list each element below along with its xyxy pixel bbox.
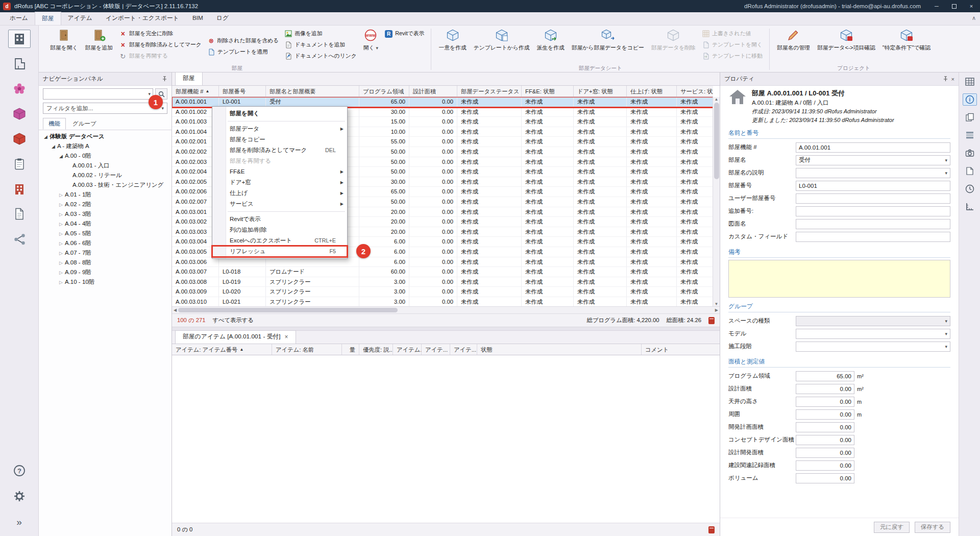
search-field[interactable] [45,91,148,97]
column-header[interactable]: アイテム: 名前 [272,344,342,355]
table-row[interactable]: A.00.03.008L0-019スプリンクラー3.000.00未作成未作成未作… [172,277,713,287]
add-image-button[interactable]: 画像を追加 [282,28,360,39]
column-header[interactable]: プログラム領域 [359,86,409,97]
create-unique-button[interactable]: 一意を作成 [435,27,470,64]
menu-tab[interactable]: BIM [186,12,210,25]
context-menu-item[interactable]: Revitで表示 [212,214,347,225]
context-menu-item[interactable]: リフレッシュF5 [212,246,347,257]
tab-rooms[interactable]: 部屋 [175,72,203,85]
column-header[interactable]: アイテ... [422,344,450,355]
tree-expander-icon[interactable]: ◢ [42,134,50,139]
log-icon[interactable] [708,526,715,533]
property-input[interactable]: 0.00 [796,473,854,483]
context-menu-item[interactable]: 部屋を開く [212,108,347,119]
column-header[interactable]: 優先度: 説... [359,344,393,355]
maximize-button[interactable] [945,0,963,12]
tree-node[interactable]: ◢A.00 - 0階 [39,151,172,161]
tree-node[interactable]: A.00.01 - 入口 [39,161,172,170]
close-button[interactable]: × [963,0,980,12]
tree-node[interactable]: ◢A - 建築物 A [39,141,172,151]
undo-button[interactable]: 元に戻す [874,522,910,533]
search-input[interactable]: ▾ [43,88,153,100]
link-to-document-button[interactable]: ドキュメントへのリンク [282,51,360,62]
apply-template-button[interactable]: テンプレートを適用 [205,46,282,58]
save-button[interactable]: 保存する [915,522,950,533]
tree-node[interactable]: ▷A.06 - 6階 [39,238,172,248]
property-input[interactable]: L0-001 [796,181,950,191]
tree-node[interactable]: ▷A.04 - 4階 [39,219,172,229]
tree-node[interactable]: ▷A.09 - 9階 [39,267,172,277]
column-header[interactable]: 部屋機能 #▲ [172,86,219,97]
scroll-left-icon[interactable]: ◀ [174,308,177,312]
property-input[interactable] [796,193,950,204]
column-header[interactable]: コメント [642,344,720,355]
show-in-revit-button[interactable]: R Revitで表示 [382,28,427,39]
column-header[interactable]: 仕上げ: 状態 [627,86,677,97]
copy-room-data-button[interactable]: 部屋から部屋データをコピー [568,27,648,64]
column-header[interactable]: 量 [342,344,359,355]
tree-node[interactable]: ▷A.03 - 3階 [39,209,172,219]
tree-node[interactable]: ▷A.07 - 7階 [39,248,172,258]
camera-button[interactable] [963,147,977,159]
scrollbar-thumb[interactable] [178,308,398,312]
include-deleted-rooms-button[interactable]: ⊗ 削除された部屋を含める [205,35,282,46]
context-menu-item[interactable]: 部屋を削除済みとしてマークDEL [212,145,347,156]
property-input[interactable] [796,219,950,229]
column-header[interactable]: 状態 [477,344,642,355]
property-combo[interactable]: ▾ [796,342,950,352]
scroll-down-icon[interactable]: ▼ [715,302,719,306]
menu-tab[interactable]: ログ [210,12,235,25]
property-input[interactable]: 0.00 [796,384,854,394]
module-flower-button[interactable] [8,80,31,98]
tree-node[interactable]: ▷A.01 - 1階 [39,190,172,200]
create-derived-button[interactable]: 派生を作成 [533,27,568,64]
horizontal-scrollbar[interactable]: ◀▶ [172,306,720,313]
module-core-button[interactable] [8,130,31,148]
tree-node[interactable]: A.00.02 - リテール [39,170,172,180]
close-icon[interactable]: × [285,333,288,340]
log-icon[interactable] [708,317,715,324]
notes-textarea[interactable] [728,260,950,298]
open-room-button[interactable]: 部屋を開く [46,27,82,64]
column-header[interactable]: アイテム... [393,344,422,355]
column-header[interactable]: FF&E: 状態 [522,86,574,97]
context-menu-item[interactable]: ExcelへのエクスポートCTRL+E [212,235,347,246]
table-row[interactable]: A.00.01.001L0-001受付65.000.00未作成未作成未作成未作成… [172,97,713,107]
vertical-scrollbar[interactable]: ▲▼ [713,97,720,306]
tree-expander-icon[interactable]: ▷ [57,222,65,227]
nav-tab[interactable]: 機能 [43,118,66,130]
menu-tab[interactable]: インポート・エクスポート [99,12,186,25]
context-menu-item[interactable]: ドア+窓▶ [212,177,347,188]
context-menu-item[interactable]: 仕上げ▶ [212,188,347,199]
tree-node[interactable]: A.00.03 - 技術・エンジニアリング [39,180,172,190]
module-buildings-button[interactable] [8,180,31,198]
module-documents-button[interactable] [8,205,31,223]
add-room-button[interactable]: 部屋を追加 [82,27,116,64]
column-header[interactable]: 部屋番号 [219,86,266,97]
property-combo[interactable]: ▾ [796,168,950,178]
add-document-button[interactable]: ドキュメントを追加 [282,39,360,51]
tree-expander-icon[interactable]: ▷ [57,260,65,265]
context-menu-item[interactable]: 列の追加/削除 [212,225,347,235]
settings-button[interactable] [8,487,31,505]
history-button[interactable] [963,183,977,195]
property-combo[interactable]: ▾ [796,316,950,326]
property-input[interactable]: 65.00 [796,371,854,381]
minimize-button[interactable]: ─ [928,0,945,12]
property-input[interactable]: 0.00 [796,397,854,407]
module-floorplan-button[interactable] [8,55,31,73]
table-row[interactable]: A.00.03.010L0-021スプリンクラー3.000.00未作成未作成未作… [172,297,713,306]
tree-node[interactable]: ▷A.08 - 8階 [39,258,172,267]
table-row[interactable]: A.00.03.007L0-018プロムナード60.000.00未作成未作成未作… [172,267,713,277]
tree-expander-icon[interactable]: ▷ [57,202,65,207]
info-button[interactable]: i [963,93,977,106]
module-lists-button[interactable] [8,155,31,173]
copy-pages-button[interactable] [963,111,977,124]
module-rooms-button[interactable] [8,30,31,48]
condition-check-button[interactable]: "特定条件下"で確認 [879,27,934,64]
tree-node[interactable]: ◢体験版 データベース [39,132,172,141]
property-input[interactable]: 0.00 [796,422,854,432]
scroll-right-icon[interactable]: ▶ [715,308,718,312]
ribbon-collapse-icon[interactable]: ∧ [972,15,976,21]
measure-button[interactable] [963,201,977,213]
